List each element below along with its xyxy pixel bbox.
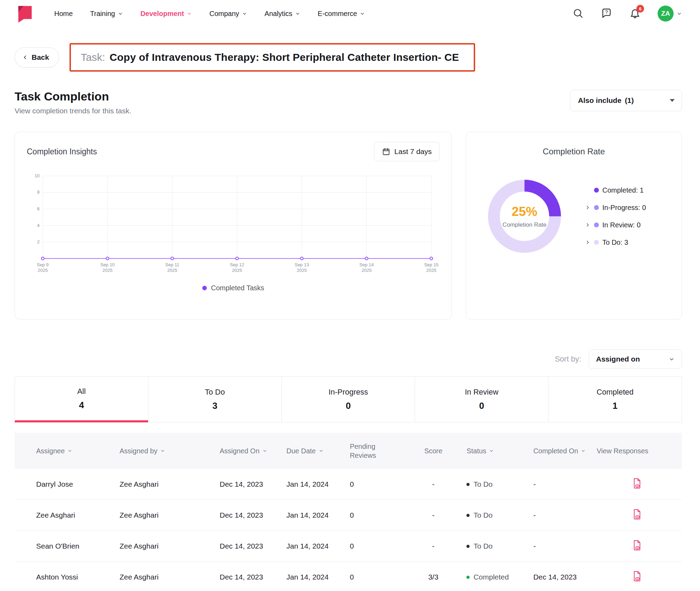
svg-text:2025: 2025 <box>426 268 437 273</box>
column-header-assignee[interactable]: Assignee <box>15 433 115 469</box>
task-completion-section-header: Task Completion View completion trends f… <box>15 90 682 115</box>
rate-legend-item-in-progress[interactable]: In-Progress: 0 <box>585 204 646 212</box>
chevron-down-icon <box>187 11 192 16</box>
view-responses-icon[interactable] <box>632 478 642 489</box>
notification-badge: 6 <box>636 5 644 13</box>
column-header-due-date[interactable]: Due Date <box>282 433 345 469</box>
cell-completed-on: Dec 14, 2023 <box>528 562 592 591</box>
notifications-button[interactable]: 6 <box>629 8 641 19</box>
chevron-down-icon <box>118 11 123 16</box>
task-title-prefix: Task: <box>81 51 105 63</box>
app-logo[interactable] <box>15 4 35 23</box>
cell-view-responses[interactable] <box>592 562 682 591</box>
date-range-label: Last 7 days <box>394 147 432 156</box>
table-row: Darryl JoseZee AsghariDec 14, 2023Jan 14… <box>15 469 682 500</box>
nav-item-home[interactable]: Home <box>54 10 73 18</box>
tab-label: All <box>77 387 86 396</box>
user-menu[interactable]: ZA <box>658 6 682 22</box>
section-subtitle: View completion trends for this task. <box>15 107 131 115</box>
legend-label: In Review: 0 <box>602 221 641 229</box>
chevron-right-icon[interactable] <box>585 222 591 228</box>
column-label: Due Date <box>286 446 316 455</box>
tab-all[interactable]: All 4 <box>15 377 148 422</box>
view-responses-icon[interactable] <box>632 540 642 551</box>
completion-insights-chart: 246810Sep 92025Sep 102025Sep 112025Sep 1… <box>27 172 440 276</box>
column-header-assigned-by[interactable]: Assigned by <box>115 433 215 469</box>
nav-item-development[interactable]: Development <box>140 10 192 18</box>
table-row: Zee AsghariZee AsghariDec 14, 2023Jan 14… <box>15 500 682 531</box>
cell-completed-on: - <box>528 531 592 562</box>
tab-count: 0 <box>479 400 484 411</box>
cell-view-responses[interactable] <box>592 500 682 531</box>
tab-completed[interactable]: Completed 1 <box>548 377 682 422</box>
cell-completed-on: - <box>528 500 592 531</box>
tab-count: 4 <box>79 400 84 411</box>
rate-legend-item-to-do[interactable]: To Do: 3 <box>585 238 646 246</box>
tab-in-progress[interactable]: In-Progress 0 <box>282 377 415 422</box>
legend-dot <box>594 240 599 245</box>
top-nav: HomeTrainingDevelopmentCompanyAnalyticsE… <box>0 0 700 27</box>
cell-view-responses[interactable] <box>592 531 682 562</box>
date-range-button[interactable]: Last 7 days <box>374 142 440 161</box>
sort-dropdown[interactable]: Assigned on <box>589 349 682 369</box>
svg-text:10: 10 <box>35 173 40 178</box>
cell-view-responses[interactable] <box>592 469 682 500</box>
donut-center: 25% Completion Rate <box>479 170 570 262</box>
sort-chevron-icon <box>160 448 165 453</box>
help-icon: ? <box>601 8 612 19</box>
also-include-dropdown[interactable]: Also include (1) <box>570 90 682 111</box>
column-header-assigned-on[interactable]: Assigned On <box>215 433 282 469</box>
search-icon <box>572 8 584 19</box>
chevron-down-icon <box>360 11 365 16</box>
cell-pending-reviews: 0 <box>345 531 405 562</box>
tab-label: In Review <box>465 388 498 397</box>
legend-label: To Do: 3 <box>602 238 628 246</box>
view-responses-icon[interactable] <box>632 571 642 582</box>
column-label: Pending Reviews <box>350 442 400 460</box>
cell-assignee: Ashton Yossi <box>15 562 115 591</box>
nav-item-e-commerce[interactable]: E-commerce <box>318 10 365 18</box>
column-header-status[interactable]: Status <box>462 433 528 469</box>
chevron-right-icon[interactable] <box>585 240 591 245</box>
cell-assignee: Sean O'Brien <box>15 531 115 562</box>
rate-legend-item-in-review[interactable]: In Review: 0 <box>585 221 646 229</box>
nav-item-training[interactable]: Training <box>90 10 123 18</box>
insights-legend: Completed Tasks <box>27 284 440 292</box>
view-responses-icon[interactable] <box>632 509 642 520</box>
svg-text:2025: 2025 <box>167 268 177 273</box>
donut-holder: 25% Completion Rate <box>479 170 570 262</box>
nav-item-analytics[interactable]: Analytics <box>264 10 300 18</box>
nav-item-company[interactable]: Company <box>209 10 247 18</box>
rate-card-title: Completion Rate <box>479 147 669 156</box>
status-label: To Do <box>473 480 493 488</box>
tab-to-do[interactable]: To Do 3 <box>148 377 282 422</box>
cell-due-date: Jan 14, 2024 <box>282 531 345 562</box>
legend-dot <box>202 286 207 290</box>
search-button[interactable] <box>572 8 584 19</box>
calendar-icon <box>382 147 390 156</box>
cell-status: Completed <box>462 562 528 591</box>
sort-chevron-icon <box>581 448 586 453</box>
column-label: Status <box>466 446 486 455</box>
completion-insights-card: Completion Insights Last 7 days 246810Se… <box>15 132 452 319</box>
svg-text:?: ? <box>605 9 608 15</box>
chevron-down-icon <box>242 11 247 16</box>
nav-items: HomeTrainingDevelopmentCompanyAnalyticsE… <box>54 10 365 18</box>
help-button[interactable]: ? <box>601 8 612 19</box>
chevron-right-icon[interactable] <box>585 205 591 210</box>
table-row: Ashton YossiZee AsghariDec 14, 2023Jan 1… <box>15 562 682 591</box>
legend-dot <box>594 222 599 227</box>
also-include-label: Also include <box>578 96 621 105</box>
tab-in-review[interactable]: In Review 0 <box>415 377 548 422</box>
cell-assigned-by: Zee Asghari <box>115 469 215 500</box>
nav-item-label: Home <box>54 10 73 18</box>
column-label: Assigned by <box>120 446 157 455</box>
svg-text:Sep 15: Sep 15 <box>424 262 438 267</box>
column-header-completed-on[interactable]: Completed On <box>528 433 592 469</box>
cell-assigned-by: Zee Asghari <box>115 531 215 562</box>
status-dot <box>466 514 470 517</box>
svg-text:4: 4 <box>37 223 40 228</box>
back-button[interactable]: Back <box>15 47 59 67</box>
sort-chevron-icon <box>489 448 494 453</box>
cell-assigned-on: Dec 14, 2023 <box>215 562 282 591</box>
